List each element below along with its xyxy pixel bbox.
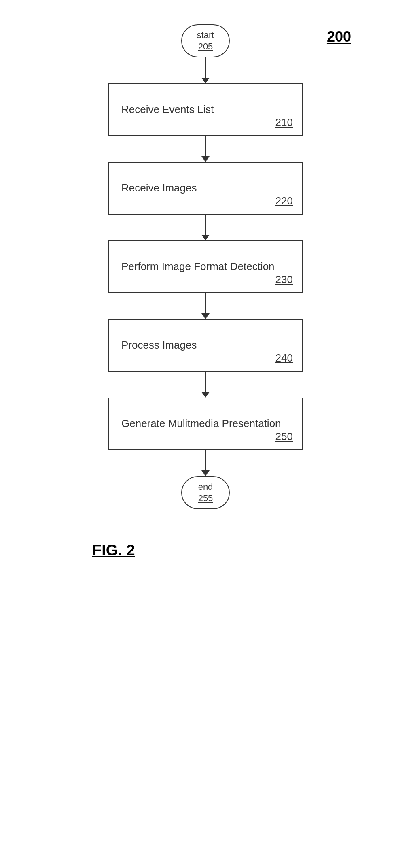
arrow-connector (197, 372, 214, 398)
figure-number: 200 (327, 28, 351, 45)
flowchart-diagram: 200 start 205 Receive Events List 210 Re… (84, 16, 327, 559)
arrow-line (205, 450, 206, 470)
arrow-connector (197, 215, 214, 240)
arrow-connector (197, 450, 214, 476)
arrow-connector (197, 293, 214, 319)
start-node: start 205 (181, 24, 230, 57)
arrow-head (201, 78, 210, 83)
arrow-head (201, 470, 210, 476)
arrow-head (201, 156, 210, 162)
end-node: end 255 (181, 476, 230, 509)
step-process-images: Process Images 240 (108, 319, 303, 372)
arrow-line (205, 136, 206, 156)
step-receive-images: Receive Images 220 (108, 162, 303, 215)
step-image-format-detection: Perform Image Format Detection 230 (108, 240, 303, 293)
arrow-connector (197, 57, 214, 83)
step-generate-multimedia: Generate Mulitmedia Presentation 250 (108, 398, 303, 450)
arrow-line (205, 215, 206, 235)
figure-caption: FIG. 2 (92, 542, 135, 559)
step-receive-events-list: Receive Events List 210 (108, 83, 303, 136)
arrow-head (201, 313, 210, 319)
arrow-head (201, 235, 210, 240)
arrow-connector (197, 136, 214, 162)
arrow-line (205, 293, 206, 313)
arrow-head (201, 392, 210, 398)
arrow-line (205, 372, 206, 392)
arrow-line (205, 57, 206, 78)
